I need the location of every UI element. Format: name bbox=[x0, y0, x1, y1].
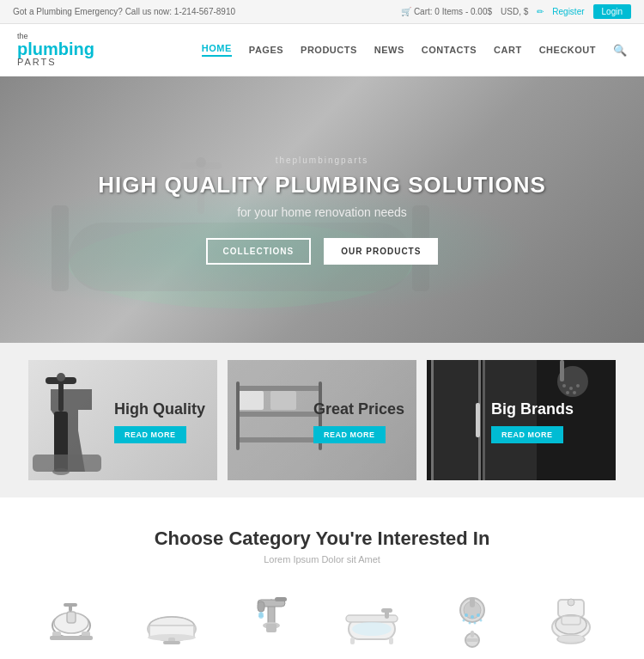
washbasin-icon-wrap bbox=[133, 586, 210, 655]
svg-point-83 bbox=[568, 599, 574, 606]
svg-point-73 bbox=[479, 619, 482, 621]
shower-icon-wrap bbox=[434, 586, 511, 655]
currency-selector[interactable]: USD, $ bbox=[501, 7, 528, 16]
promo-card-big-brands[interactable]: Big Brands READ MORE bbox=[427, 360, 616, 480]
category-grid: Bidets Washbasins bbox=[17, 586, 627, 659]
top-bar-right: 🛒 Cart: 0 Items - 0.00$ USD, $ Register … bbox=[401, 4, 631, 19]
svg-point-70 bbox=[462, 619, 465, 621]
pencil-icon bbox=[537, 7, 544, 16]
svg-point-69 bbox=[477, 613, 480, 617]
svg-rect-37 bbox=[67, 612, 76, 623]
promo-card-high-quality[interactable]: High Quality READ MORE bbox=[28, 360, 217, 480]
promo-title-3: Big Brands bbox=[491, 401, 607, 418]
promo-readmore-3[interactable]: READ MORE bbox=[491, 426, 563, 443]
svg-rect-58 bbox=[346, 615, 398, 622]
category-item-showers[interactable]: Showers bbox=[429, 586, 515, 659]
svg-rect-80 bbox=[562, 616, 580, 625]
logo-parts: PARTS bbox=[17, 58, 94, 67]
call-text: Call us now: 1-214-567-8910 bbox=[125, 7, 235, 16]
promo-content-3: Big Brands READ MORE bbox=[427, 360, 616, 480]
bidet-icon-wrap bbox=[33, 586, 110, 655]
shower-icon bbox=[442, 593, 502, 649]
bath-icon bbox=[342, 593, 402, 649]
nav-contacts[interactable]: CONTACTS bbox=[422, 45, 477, 55]
category-item-baths[interactable]: Baths bbox=[329, 586, 415, 659]
svg-rect-75 bbox=[471, 631, 474, 638]
nav-home[interactable]: HOME bbox=[202, 43, 232, 57]
nav-news[interactable]: NEWS bbox=[374, 45, 404, 55]
nav-pages[interactable]: PAGES bbox=[249, 45, 283, 55]
svg-rect-40 bbox=[50, 636, 93, 640]
svg-point-67 bbox=[465, 613, 468, 617]
nav-checkout[interactable]: CHECKOUT bbox=[539, 45, 596, 55]
promo-content-1: High Quality READ MORE bbox=[28, 360, 217, 480]
svg-point-59 bbox=[352, 622, 392, 636]
cart-icon: 🛒 bbox=[401, 7, 411, 16]
cart-label: Cart: bbox=[414, 7, 433, 16]
hero-brand-tag: theplumbingparts bbox=[98, 156, 546, 165]
cart-info: 🛒 Cart: 0 Items - 0.00$ bbox=[401, 7, 492, 16]
svg-rect-76 bbox=[466, 638, 478, 642]
our-products-button[interactable]: OUR PRODUCTS bbox=[324, 238, 438, 265]
svg-rect-66 bbox=[470, 597, 475, 607]
promo-section: High Quality READ MORE Great Prices bbox=[0, 343, 644, 497]
cart-amount: 0.00$ bbox=[471, 7, 492, 16]
search-icon[interactable]: 🔍 bbox=[613, 44, 627, 57]
hero-subtitle-text: for your home renovation needs bbox=[98, 205, 546, 219]
bath-icon-wrap bbox=[333, 586, 410, 655]
category-item-toilets[interactable]: Toilets bbox=[530, 586, 616, 659]
bidet-icon bbox=[41, 593, 101, 649]
faucet-icon-wrap bbox=[234, 586, 311, 655]
category-item-bidets[interactable]: Bidets bbox=[28, 586, 114, 659]
promo-title-1: High Quality bbox=[114, 401, 209, 418]
hero-title: HIGH QUALITY PLUMBING SOLUTIONS bbox=[98, 172, 546, 198]
hero-buttons: COLLECTIONS OUR PRODUCTS bbox=[98, 238, 546, 265]
category-section: Choose Category You're Interested In Lor… bbox=[0, 497, 644, 659]
collections-button[interactable]: COLLECTIONS bbox=[206, 238, 312, 265]
promo-readmore-1[interactable]: READ MORE bbox=[114, 426, 186, 443]
promo-content-2: Great Prices READ MORE bbox=[228, 360, 416, 480]
cart-count: 0 Items bbox=[434, 7, 463, 16]
logo-plumbing: plumbing bbox=[17, 40, 94, 58]
svg-rect-48 bbox=[163, 641, 180, 644]
svg-point-68 bbox=[471, 615, 474, 619]
svg-rect-63 bbox=[381, 608, 392, 613]
promo-title-2: Great Prices bbox=[313, 401, 408, 418]
svg-rect-60 bbox=[350, 638, 355, 644]
nav-cart[interactable]: CART bbox=[494, 45, 522, 55]
washbasin-icon bbox=[142, 593, 202, 649]
top-bar: Got a Plumbing Emergency? Call us now: 1… bbox=[0, 0, 644, 24]
svg-rect-52 bbox=[275, 597, 287, 601]
promo-readmore-2[interactable]: READ MORE bbox=[313, 426, 386, 443]
main-nav: HOME PAGES PRODUCTS NEWS CONTACTS CART C… bbox=[202, 43, 627, 57]
hero-section: theplumbingparts HIGH QUALITY PLUMBING S… bbox=[0, 76, 644, 343]
promo-card-great-prices[interactable]: Great Prices READ MORE bbox=[228, 360, 416, 480]
emergency-text: Got a Plumbing Emergency? bbox=[13, 7, 123, 16]
nav-products[interactable]: PRODUCTS bbox=[301, 45, 357, 55]
faucet-icon bbox=[242, 593, 302, 649]
logo[interactable]: the plumbing PARTS bbox=[17, 33, 94, 67]
login-button[interactable]: Login bbox=[593, 4, 631, 19]
svg-rect-51 bbox=[258, 601, 264, 612]
emergency-info: Got a Plumbing Emergency? Call us now: 1… bbox=[13, 7, 235, 16]
hero-content: theplumbingparts HIGH QUALITY PLUMBING S… bbox=[98, 156, 546, 265]
svg-rect-82 bbox=[559, 636, 583, 641]
category-item-faucets[interactable]: Faucets bbox=[229, 586, 315, 659]
svg-rect-54 bbox=[266, 624, 276, 632]
register-link[interactable]: Register bbox=[552, 7, 584, 16]
category-title: Choose Category You're Interested In bbox=[17, 528, 627, 550]
category-subtitle: Lorem Ipsum Dolor sit Amet bbox=[17, 554, 627, 564]
category-item-washbasins[interactable]: Washbasins bbox=[129, 586, 215, 659]
toilet-icon-wrap bbox=[534, 586, 611, 655]
svg-rect-2 bbox=[52, 205, 69, 291]
svg-rect-42 bbox=[64, 603, 77, 607]
svg-rect-61 bbox=[389, 638, 393, 644]
svg-point-71 bbox=[468, 621, 471, 624]
toilet-icon bbox=[543, 593, 603, 649]
header: the plumbing PARTS HOME PAGES PRODUCTS N… bbox=[0, 24, 644, 76]
svg-point-72 bbox=[473, 621, 476, 624]
